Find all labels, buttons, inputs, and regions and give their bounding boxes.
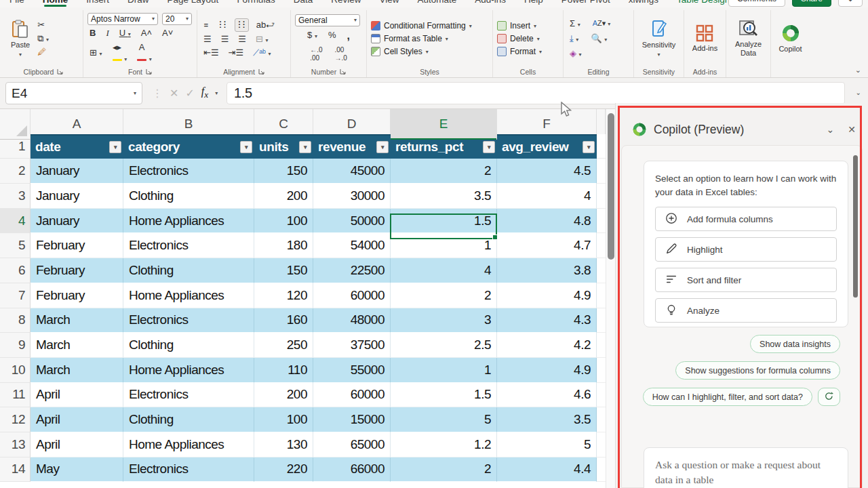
cell[interactable]: 15000 xyxy=(313,407,391,432)
cell[interactable]: February xyxy=(31,283,123,308)
fill-color-button[interactable]: ◂▸ ▾ xyxy=(111,41,130,65)
formula-input[interactable]: 1.5 xyxy=(226,82,845,104)
empty-cell[interactable] xyxy=(597,383,606,408)
row-header-8[interactable]: 8 xyxy=(0,308,31,333)
copilot-option-sort-and-filter[interactable]: Sort and filter xyxy=(655,268,837,292)
empty-cell[interactable] xyxy=(597,209,606,234)
cell[interactable]: May xyxy=(31,458,123,483)
orientation-button[interactable]: ⟋ᵃᵇ ▾ xyxy=(251,47,273,59)
row-header-7[interactable]: 7 xyxy=(0,283,31,308)
cell[interactable]: 2 xyxy=(391,283,497,308)
cell[interactable]: 3.8 xyxy=(497,258,597,283)
font-color-button[interactable]: A ▾ xyxy=(135,41,154,65)
row-header-11[interactable]: 11 xyxy=(0,383,31,408)
format-cells-button[interactable]: Format▾ xyxy=(497,47,542,56)
insert-cells-button[interactable]: Insert▾ xyxy=(497,21,536,30)
copilot-option-analyze[interactable]: Analyze xyxy=(655,298,837,323)
column-header-E[interactable]: E xyxy=(391,109,497,140)
empty-cell[interactable] xyxy=(597,184,606,209)
empty-cell[interactable] xyxy=(597,258,606,283)
align-right-button[interactable]: ☰ xyxy=(236,33,248,45)
cell[interactable]: 60000 xyxy=(313,383,391,408)
filter-dropdown-icon[interactable]: ▾ xyxy=(376,141,389,153)
dialog-launcher-icon[interactable] xyxy=(340,68,346,75)
table-header-date[interactable]: date▾ xyxy=(31,134,123,159)
cell[interactable]: 4.6 xyxy=(497,383,597,408)
cell[interactable]: 120 xyxy=(254,283,313,308)
ribbon-options-button[interactable]: ⌄ xyxy=(838,0,863,7)
cell[interactable]: March xyxy=(31,308,123,333)
cell[interactable]: 150 xyxy=(254,159,313,184)
increase-font-button[interactable]: A˄ xyxy=(139,27,154,39)
ribbon-tab-insert[interactable]: Insert xyxy=(86,0,109,7)
cell[interactable]: Electronics xyxy=(123,383,254,408)
cell[interactable]: Electronics xyxy=(123,159,254,184)
row-header-4[interactable]: 4 xyxy=(0,209,31,234)
cell[interactable]: 22500 xyxy=(313,258,391,283)
ribbon-tab-data[interactable]: Data xyxy=(294,0,313,7)
cell[interactable]: 55000 xyxy=(313,358,391,383)
cell[interactable]: 4.3 xyxy=(497,308,597,333)
cell[interactable]: Electronics xyxy=(123,233,254,258)
empty-cell[interactable] xyxy=(597,358,606,383)
cell[interactable]: March xyxy=(31,358,123,383)
row-header-10[interactable]: 10 xyxy=(0,358,31,383)
clear-button[interactable]: ◈ ▾ xyxy=(568,47,584,60)
font-name-select[interactable]: Aptos Narrow▾ xyxy=(87,13,158,25)
dialog-launcher-icon[interactable] xyxy=(258,68,264,75)
cell[interactable]: 30000 xyxy=(313,184,391,209)
cell[interactable]: 100 xyxy=(254,407,313,432)
currency-button[interactable]: $ ▾ xyxy=(305,29,319,41)
filter-dropdown-icon[interactable]: ▾ xyxy=(483,141,495,153)
filter-dropdown-icon[interactable]: ▾ xyxy=(299,141,311,153)
vertical-scrollbar[interactable] xyxy=(606,109,615,488)
cell[interactable]: 1.2 xyxy=(391,432,497,458)
dialog-launcher-icon[interactable] xyxy=(146,68,152,75)
filter-dropdown-icon[interactable]: ▾ xyxy=(240,141,252,153)
cell[interactable]: February xyxy=(31,233,123,258)
cell[interactable]: 4.7 xyxy=(497,233,597,258)
cell[interactable]: 130 xyxy=(254,432,313,458)
row-header-3[interactable]: 3 xyxy=(0,184,31,209)
cell[interactable]: January xyxy=(31,159,123,184)
ribbon-tab-file[interactable]: File xyxy=(9,0,24,7)
table-header-avg_review[interactable]: avg_review▾ xyxy=(497,134,597,159)
find-select-button[interactable]: 🔍 ▾ xyxy=(589,33,609,45)
chevron-down-icon[interactable]: ▾ xyxy=(215,90,218,96)
cut-button[interactable]: ✂ xyxy=(35,19,51,31)
underline-button[interactable]: U ▾ xyxy=(117,27,133,39)
cell[interactable]: 220 xyxy=(254,458,313,483)
bold-button[interactable]: B xyxy=(87,27,98,39)
copilot-suggestion-chip[interactable]: Show suggestions for formula columns xyxy=(675,361,840,380)
dialog-launcher-icon[interactable] xyxy=(57,68,63,75)
cell[interactable]: 180 xyxy=(254,233,313,258)
cell[interactable]: 54000 xyxy=(313,233,391,258)
collapse-ribbon-chevron-icon[interactable]: ⌄ xyxy=(855,66,861,75)
decrease-decimal-button[interactable]: .00→.0 xyxy=(333,45,349,64)
empty-cell[interactable] xyxy=(597,233,606,258)
cell[interactable]: 2 xyxy=(391,458,497,483)
empty-cell[interactable] xyxy=(597,407,606,432)
row-header-14[interactable]: 14 xyxy=(0,458,31,483)
copilot-suggestion-chip[interactable]: How can I highlight, filter, and sort da… xyxy=(643,388,812,406)
font-size-select[interactable]: 20▾ xyxy=(162,13,192,25)
panel-chevron-down-icon[interactable]: ⌄ xyxy=(827,124,835,135)
cell[interactable]: Home Appliances xyxy=(123,432,254,458)
cell[interactable]: 4.8 xyxy=(497,209,597,234)
row-header-12[interactable]: 12 xyxy=(0,407,31,432)
cell[interactable]: April xyxy=(31,407,123,432)
cell[interactable]: Home Appliances xyxy=(123,209,254,234)
cell[interactable]: 3.5 xyxy=(391,184,497,209)
sensitivity-button[interactable]: Sensitivity▾ xyxy=(639,18,679,59)
empty-cell[interactable] xyxy=(597,432,606,458)
filter-dropdown-icon[interactable]: ▾ xyxy=(583,141,595,153)
sort-filter-button[interactable]: AZ▾ ▾ xyxy=(591,18,613,29)
cell[interactable]: 2 xyxy=(391,159,497,184)
cell[interactable]: 3.5 xyxy=(497,407,597,432)
percent-button[interactable]: % xyxy=(326,29,338,41)
empty-cell[interactable] xyxy=(597,159,606,184)
ribbon-tab-power-pivot[interactable]: Power Pivot xyxy=(561,0,610,7)
analyze-data-button[interactable]: Analyze Data xyxy=(730,18,766,58)
select-all-corner[interactable] xyxy=(0,109,31,140)
addins-button[interactable]: Add-ins xyxy=(690,23,720,54)
